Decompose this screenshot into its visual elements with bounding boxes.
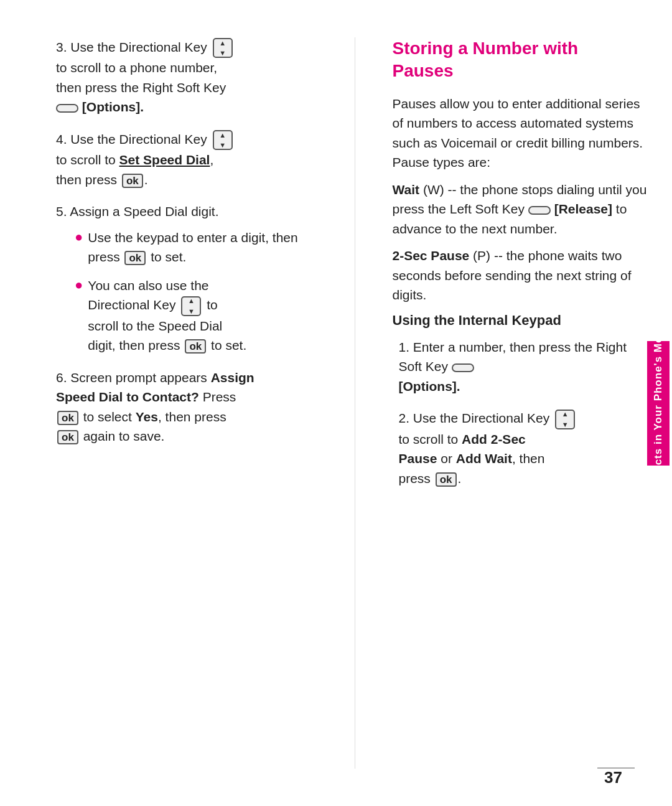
item4-text: 4. Use the Directional Key ▲ ▼ to scroll…	[56, 129, 311, 189]
main-content: 3. Use the Directional Key ▲ ▼ to scroll…	[0, 0, 672, 806]
item3-text: 3. Use the Directional Key ▲ ▼ to scroll…	[56, 37, 311, 117]
right-column: Storing a Number withPauses Pauses allow…	[386, 37, 654, 769]
right-item-2-bold2: Add Wait	[456, 451, 512, 466]
item6-bold1: Assign Speed Dial to Contact?	[56, 370, 254, 405]
right-item-1-text: 1. Enter a number, then press the Right …	[399, 337, 654, 396]
section-title: Storing a Number withPauses	[393, 37, 654, 83]
section-title-text: Storing a Number withPauses	[393, 39, 579, 80]
wait-label: Wait	[393, 182, 420, 197]
sub-item-5-1-text: Use the keypad to enter a digit, then pr…	[88, 228, 310, 267]
left-column: 3. Use the Directional Key ▲ ▼ to scroll…	[50, 37, 324, 769]
ok-btn-5-2: ok	[185, 339, 206, 354]
ok-btn-6-1: ok	[57, 411, 78, 425]
ok-btn-4: ok	[122, 174, 143, 188]
right-soft-key-icon-3	[56, 104, 78, 113]
item6-bold2: Yes	[136, 410, 158, 424]
right-sidebar: Contacts in Your Phone's Memory	[645, 0, 672, 806]
intro-paragraph: Pauses allow you to enter additional ser…	[393, 94, 654, 172]
item4-bold: Set Speed Dial	[119, 152, 210, 167]
column-divider	[355, 37, 355, 769]
wait-key: [Release]	[554, 202, 612, 216]
list-item-4: 4. Use the Directional Key ▲ ▼ to scroll…	[50, 129, 311, 189]
item6-text: 6. Screen prompt appears Assign Speed Di…	[56, 368, 311, 446]
dir-key-icon-r2: ▲ ▼	[555, 410, 575, 429]
list-item-6: 6. Screen prompt appears Assign Speed Di…	[50, 368, 311, 446]
bullet-5-2: ●	[75, 277, 83, 293]
sub-item-5-1: ● Use the keypad to enter a digit, then …	[75, 228, 311, 267]
page-container: 3. Use the Directional Key ▲ ▼ to scroll…	[0, 0, 672, 806]
sidebar-tab: Contacts in Your Phone's Memory	[647, 341, 670, 466]
pause-label: 2-Sec Pause	[393, 248, 470, 263]
ok-btn-6-2: ok	[57, 430, 78, 444]
right-item-2: 2. Use the Directional Key ▲ ▼ to scroll…	[393, 408, 654, 488]
sub-list-5: ● Use the keypad to enter a digit, then …	[75, 228, 311, 355]
dir-key-icon-5: ▲▼	[181, 296, 201, 316]
list-item-3: 3. Use the Directional Key ▲ ▼ to scroll…	[50, 37, 311, 117]
wait-paragraph: Wait (W) -- the phone stops dialing unti…	[393, 180, 654, 239]
dir-key-icon-3: ▲ ▼	[213, 38, 233, 58]
intro-text: Pauses allow you to enter additional ser…	[393, 96, 643, 170]
list-item-5: 5. Assign a Speed Dial digit. ● Use the …	[50, 202, 311, 355]
item3-text3: then press the Right Soft Key	[56, 80, 226, 95]
page-number: 37	[604, 768, 622, 787]
sub-item-5-2: ● You can also use the Directional Key ▲…	[75, 276, 311, 355]
ok-btn-5-1: ok	[124, 251, 146, 265]
item3-text2: to scroll to a phone number,	[56, 60, 217, 75]
sidebar-tab-text: Contacts in Your Phone's Memory	[652, 308, 665, 499]
bullet-5-1: ●	[75, 229, 83, 245]
item5-text: 5. Assign a Speed Dial digit.	[56, 202, 311, 222]
soft-key-icon-release	[528, 206, 551, 215]
sub-item-5-2-text: You can also use the Directional Key ▲▼ …	[88, 276, 246, 355]
right-item-1-options: [Options].	[399, 379, 460, 393]
pause-paragraph: 2-Sec Pause (P) -- the phone waits two s…	[393, 246, 654, 305]
ok-btn-r2: ok	[436, 472, 457, 487]
subsection-title: Using the Internal Keypad	[393, 312, 654, 329]
right-item-2-text: 2. Use the Directional Key ▲ ▼ to scroll…	[399, 408, 654, 488]
right-item-1: 1. Enter a number, then press the Right …	[393, 337, 654, 396]
soft-key-icon-1	[452, 363, 474, 372]
dir-key-icon-4: ▲ ▼	[213, 130, 233, 150]
item3-options: [Options].	[82, 100, 144, 114]
